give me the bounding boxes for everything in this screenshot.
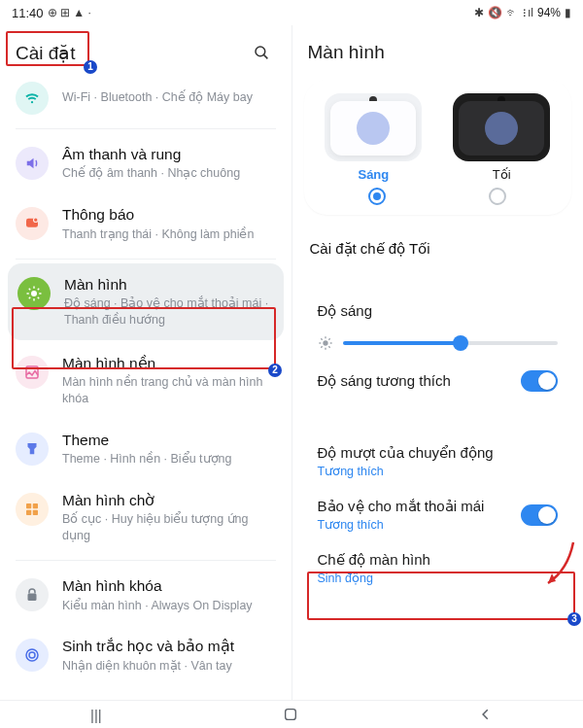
- battery-icon: ▮: [565, 6, 571, 19]
- svg-line-13: [38, 288, 40, 290]
- row-sub: Độ sáng · Bảo vệ cho mắt thoải mái · Tha…: [64, 295, 274, 329]
- sun-icon: [318, 335, 333, 351]
- search-icon: [253, 43, 270, 62]
- adaptive-brightness-row[interactable]: Độ sáng tương thích: [312, 361, 565, 401]
- eye-comfort-row[interactable]: Bảo vệ cho mắt thoải mái Tương thích: [312, 488, 565, 541]
- svg-rect-31: [286, 710, 296, 720]
- motion-smoothness-row[interactable]: Độ mượt của chuyển động Tương thích: [312, 434, 565, 488]
- settings-row-wallpaper[interactable]: Màn hình nền Màn hình nền trang chủ và m…: [0, 342, 292, 419]
- svg-rect-15: [26, 503, 31, 508]
- row-sub: Chế độ âm thanh · Nhạc chuông: [62, 165, 276, 182]
- row-sub: Thanh trạng thái · Không làm phiền: [62, 226, 276, 243]
- notification-icon: [16, 207, 49, 240]
- display-options-card: Độ mượt của chuyển động Tương thích Bảo …: [304, 423, 572, 607]
- row-label: Sinh trắc học và bảo mật: [62, 637, 276, 655]
- settings-row-theme[interactable]: Theme Theme · Hình nền · Biểu tượng: [0, 419, 292, 479]
- row-label: Màn hình nền: [62, 354, 276, 372]
- svg-rect-18: [33, 510, 38, 515]
- search-button[interactable]: [247, 38, 276, 67]
- nav-home-button[interactable]: [283, 707, 298, 722]
- svg-rect-19: [28, 594, 37, 602]
- theme-light-radio[interactable]: [368, 188, 386, 205]
- settings-row-notifications[interactable]: Thông báo Thanh trạng thái · Không làm p…: [0, 193, 292, 254]
- theme-dark-label: Tối: [493, 167, 511, 182]
- bluetooth-icon: ✱: [474, 6, 484, 19]
- settings-row-display[interactable]: Màn hình Độ sáng · Bảo vệ cho mắt thoải …: [8, 263, 284, 340]
- dark-mode-settings-label: Cài đặt chế độ Tối: [310, 240, 430, 257]
- adaptive-brightness-toggle[interactable]: [521, 370, 558, 392]
- svg-point-21: [29, 652, 35, 658]
- row-sub: Màn hình nền trang chủ và màn hình khóa: [62, 374, 276, 407]
- svg-rect-17: [26, 510, 31, 515]
- svg-point-20: [26, 649, 38, 661]
- lock-icon: [16, 578, 49, 611]
- wallpaper-icon: [16, 356, 49, 389]
- theme-card: Sáng Tối: [304, 80, 572, 215]
- nav-back-button[interactable]: [479, 708, 493, 721]
- brightness-heading: Độ sáng: [318, 302, 559, 320]
- row-sub: Theme · Hình nền · Biểu tượng: [62, 451, 276, 468]
- svg-point-0: [256, 47, 265, 56]
- svg-line-30: [328, 338, 329, 339]
- theme-light-option[interactable]: Sáng: [318, 93, 430, 182]
- screen-mode-label: Chế độ màn hình: [318, 551, 559, 569]
- nav-recent-button[interactable]: |||: [90, 707, 102, 723]
- row-label: Âm thanh và rung: [62, 145, 276, 163]
- settings-title: Cài đặt: [16, 42, 76, 64]
- row-label: Theme: [62, 431, 276, 449]
- row-label: Màn hình khóa: [62, 576, 276, 595]
- homescreen-icon: [16, 493, 49, 526]
- row-label: Màn hình: [64, 275, 274, 294]
- dark-mode-settings-row[interactable]: Cài đặt chế độ Tối: [304, 226, 572, 271]
- brightness-card: Độ sáng Độ sáng tương thích: [304, 281, 572, 413]
- settings-row-biometrics[interactable]: Sinh trắc học và bảo mật Nhận diện khuôn…: [0, 625, 292, 685]
- status-bar: 11:40 ⊕ ⊞ ▲ · ✱ 🔇 ᯤ ⫶ıl 94% ▮: [0, 0, 583, 25]
- display-title: Màn hình: [308, 42, 385, 63]
- eye-comfort-label: Bảo vệ cho mắt thoải mái: [318, 498, 485, 515]
- svg-point-2: [31, 101, 33, 103]
- theme-dark-option[interactable]: Tối: [445, 93, 558, 182]
- row-label: Thông báo: [62, 205, 276, 224]
- svg-point-5: [31, 291, 37, 296]
- row-label: Màn hình chờ: [62, 491, 276, 509]
- motion-smoothness-label: Độ mượt của chuyển động: [318, 444, 559, 462]
- theme-light-label: Sáng: [358, 167, 389, 182]
- svg-point-22: [323, 340, 327, 345]
- wifi-icon: ᯤ: [506, 6, 518, 19]
- settings-row-sound[interactable]: Âm thanh và rung Chế độ âm thanh · Nhạc …: [0, 133, 292, 193]
- settings-list-panel: Cài đặt Wi-Fi · Bluetooth · Chế độ Máy b…: [0, 25, 292, 700]
- svg-line-12: [29, 296, 31, 298]
- svg-line-28: [328, 346, 329, 347]
- row-sub: Nhận diện khuôn mặt · Vân tay: [62, 658, 276, 675]
- eye-comfort-toggle[interactable]: [521, 504, 558, 526]
- battery-pct: 94%: [537, 6, 561, 19]
- status-time: 11:40: [12, 6, 44, 20]
- settings-row-connections[interactable]: Wi-Fi · Bluetooth · Chế độ Máy bay: [0, 74, 292, 124]
- wifi-icon: [16, 82, 49, 115]
- row-label: Wi-Fi · Bluetooth · Chế độ Máy bay: [62, 89, 276, 106]
- brightness-slider-thumb[interactable]: [453, 335, 468, 351]
- sound-icon: [16, 147, 49, 180]
- settings-row-lockscreen[interactable]: Màn hình khóa Kiểu màn hình · Always On …: [0, 565, 292, 625]
- theme-dark-radio[interactable]: [489, 188, 506, 205]
- brightness-slider[interactable]: [343, 341, 559, 345]
- display-icon: [17, 277, 51, 310]
- svg-line-27: [321, 338, 322, 339]
- settings-row-homescreen[interactable]: Màn hình chờ Bố cục · Huy hiệu biểu tượn…: [0, 479, 292, 556]
- theme-icon: [16, 433, 49, 466]
- screen-mode-row[interactable]: Chế độ màn hình Sinh động: [312, 541, 565, 595]
- android-nav-bar: |||: [0, 700, 583, 728]
- fingerprint-icon: [16, 639, 49, 672]
- row-sub: Bố cục · Huy hiệu biểu tượng ứng dụng: [62, 511, 276, 544]
- svg-rect-16: [33, 503, 38, 508]
- signal-icon: ⫶ıl: [522, 6, 533, 19]
- motion-smoothness-value: Tương thích: [318, 464, 559, 478]
- status-notif-icons: ⊕ ⊞ ▲ ·: [48, 6, 91, 19]
- svg-line-1: [263, 54, 267, 58]
- row-sub: Kiểu màn hình · Always On Display: [62, 598, 276, 614]
- mute-icon: 🔇: [488, 6, 502, 19]
- screen-mode-value: Sinh động: [318, 571, 559, 585]
- svg-line-11: [38, 296, 40, 298]
- display-settings-panel: Màn hình Sáng Tối: [292, 25, 584, 700]
- svg-line-29: [321, 346, 322, 347]
